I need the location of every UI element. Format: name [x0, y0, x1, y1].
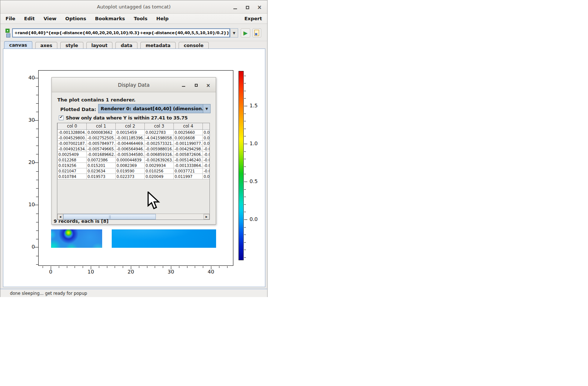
- table-cell[interactable]: -0.007002187...: [58, 140, 87, 146]
- table-cell[interactable]: 0.00: [203, 135, 210, 140]
- table-cell[interactable]: -0.002573321...: [145, 140, 174, 146]
- tab-data[interactable]: data: [115, 42, 137, 49]
- column-header[interactable]: col 4: [174, 123, 203, 129]
- dialog-close-button[interactable]: ×: [205, 82, 211, 88]
- table-cell[interactable]: -0.005146240...: [174, 157, 203, 162]
- table-cell[interactable]: 0.0016608: [174, 135, 203, 140]
- table-cell[interactable]: -0.001689662...: [87, 151, 116, 157]
- column-header[interactable]: col 1: [87, 123, 116, 129]
- table-cell[interactable]: 0.000083662: [87, 129, 116, 135]
- maximize-button[interactable]: [244, 4, 251, 11]
- table-cell[interactable]: 0.012268: [58, 157, 87, 162]
- menu-options[interactable]: Options: [65, 16, 86, 21]
- tab-console[interactable]: console: [179, 42, 209, 49]
- menu-help[interactable]: Help: [156, 16, 168, 21]
- table-cell[interactable]: -0.001185396...: [116, 135, 145, 140]
- table-cell[interactable]: -0.005749665...: [87, 146, 116, 151]
- expert-toggle[interactable]: Expert: [244, 16, 262, 21]
- table-cell[interactable]: 0.0072386: [87, 157, 116, 162]
- table-cell[interactable]: 0.0037721: [174, 168, 203, 174]
- filter-checkbox[interactable]: ✔: [59, 115, 64, 120]
- combobox-arrow-button[interactable]: ▼: [203, 104, 210, 113]
- column-header[interactable]: [203, 123, 210, 129]
- colorbar[interactable]: [239, 71, 244, 260]
- table-cell[interactable]: -0.006859316...: [145, 151, 174, 157]
- table-cell[interactable]: -0.002752505...: [87, 135, 116, 140]
- table-cell[interactable]: -0.002639263...: [145, 157, 174, 162]
- window-titlebar[interactable]: Autoplot untagged (as tomcat) ×: [0, 0, 267, 14]
- table-row[interactable]: -0.004529800...-0.002752505...-0.0011853…: [58, 135, 210, 140]
- tab-style[interactable]: style: [60, 42, 83, 49]
- tab-metadata[interactable]: metadata: [140, 42, 176, 49]
- table-cell[interactable]: -0.001199077...: [174, 140, 203, 146]
- menu-edit[interactable]: Edit: [24, 16, 35, 21]
- table-cell[interactable]: -0.004921634...: [58, 146, 87, 151]
- table-cell[interactable]: 0.019590: [116, 168, 145, 174]
- dialog-maximize-button[interactable]: [193, 82, 199, 88]
- table-cell[interactable]: -0.001328804...: [58, 129, 87, 135]
- heatmap-patch-right[interactable]: [112, 229, 216, 248]
- inspect-uri-button[interactable]: [252, 28, 261, 37]
- table-cell[interactable]: 0.023634: [87, 168, 116, 174]
- table-cell[interactable]: 0.0015459: [116, 129, 145, 135]
- menu-file[interactable]: File: [6, 16, 15, 21]
- table-cell[interactable]: 0.0022783: [145, 129, 174, 135]
- table-cell[interactable]: 0.020049: [145, 174, 174, 179]
- table-cell[interactable]: 0.010784: [58, 174, 87, 179]
- table-cell[interactable]: 0.00: [203, 129, 210, 135]
- table-cell[interactable]: -0.0: [203, 151, 210, 157]
- table-cell[interactable]: 0.000044839: [116, 157, 145, 162]
- renderer-combobox[interactable]: Renderer 0: dataset[40,40] (dimension...…: [98, 104, 211, 113]
- table-cell[interactable]: -0.004294298...: [174, 146, 203, 151]
- uri-dropdown-button[interactable]: ▼: [230, 28, 238, 37]
- dialog-minimize-button[interactable]: [180, 82, 187, 88]
- table-cell[interactable]: 0.00: [203, 140, 210, 146]
- table-cell[interactable]: 0.019573: [87, 174, 116, 179]
- table-row[interactable]: -0.007002187...-0.005784977...-0.0044644…: [58, 140, 210, 146]
- plot-go-button[interactable]: ▶: [241, 28, 250, 37]
- table-cell[interactable]: 0.0029934: [145, 162, 174, 168]
- scroll-right-button[interactable]: ▶: [204, 214, 209, 219]
- table-cell[interactable]: 0.00: [203, 174, 210, 179]
- table-row[interactable]: 0.0025409-0.001689662...-0.005344580...-…: [58, 151, 210, 157]
- table-row[interactable]: 0.0192560.0152010.00823690.0029934-0.001…: [58, 162, 210, 168]
- table-row[interactable]: 0.0122680.00723860.000044839-0.002639263…: [58, 157, 210, 162]
- table-cell[interactable]: -0.0: [203, 162, 210, 168]
- minimize-button[interactable]: [232, 4, 239, 11]
- close-button[interactable]: ×: [256, 4, 263, 11]
- menu-tools[interactable]: Tools: [134, 16, 147, 21]
- tab-layout[interactable]: layout: [86, 42, 113, 49]
- table-cell[interactable]: -0.005988016...: [145, 146, 174, 151]
- tab-canvas[interactable]: canvas: [4, 41, 32, 49]
- column-header[interactable]: col 2: [116, 123, 145, 129]
- table-cell[interactable]: -0.005872606...: [174, 151, 203, 157]
- uri-input[interactable]: +rand{40,40}*{exp{-distance{40,40,20,20,…: [12, 28, 230, 37]
- table-cell[interactable]: 0.010256: [145, 168, 174, 174]
- table-cell[interactable]: 0.022373: [116, 174, 145, 179]
- table-cell[interactable]: -0.0: [203, 146, 210, 151]
- table-cell[interactable]: -0.005344580...: [116, 151, 145, 157]
- table-row[interactable]: -0.001328804...0.0000836620.00154590.002…: [58, 129, 210, 135]
- table-cell[interactable]: 0.0025660: [174, 129, 203, 135]
- menu-view[interactable]: View: [43, 16, 56, 21]
- table-row[interactable]: 0.0210470.0236340.0195900.0102560.003772…: [58, 168, 210, 174]
- column-header[interactable]: col 0: [58, 123, 87, 129]
- table-row[interactable]: 0.0107840.0195730.0223730.0200490.011997…: [58, 174, 210, 179]
- table-cell[interactable]: -0.004529800...: [58, 135, 87, 140]
- table-cell[interactable]: 0.0082369: [116, 162, 145, 168]
- menu-bookmarks[interactable]: Bookmarks: [95, 16, 125, 21]
- dialog-titlebar[interactable]: Display Data ×: [52, 78, 216, 92]
- table-cell[interactable]: -0.006564946...: [116, 146, 145, 151]
- table-cell[interactable]: 0.011997: [174, 174, 203, 179]
- column-header[interactable]: col 3: [145, 123, 174, 129]
- table-cell[interactable]: -0.001333864...: [174, 162, 203, 168]
- table-cell[interactable]: -0.005784977...: [87, 140, 116, 146]
- table-row[interactable]: -0.004921634...-0.005749665...-0.0065649…: [58, 146, 210, 151]
- table-cell[interactable]: 0.0025409: [58, 151, 87, 157]
- tab-axes[interactable]: axes: [35, 42, 57, 49]
- table-cell[interactable]: -4.041598058...: [145, 135, 174, 140]
- table-cell[interactable]: -0.004464469...: [116, 140, 145, 146]
- heatmap-patch-left[interactable]: [51, 229, 102, 248]
- table-cell[interactable]: -0.0: [203, 168, 210, 174]
- table-cell[interactable]: 0.021047: [58, 168, 87, 174]
